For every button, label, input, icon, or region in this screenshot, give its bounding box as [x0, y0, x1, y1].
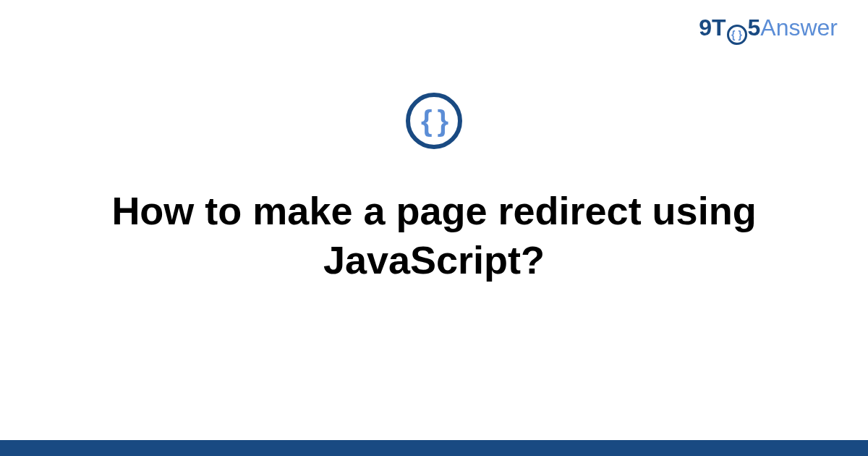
logo-text-answer: Answer [760, 14, 838, 41]
footer-bar [0, 440, 868, 456]
content-block: { } How to make a page redirect using Ja… [0, 93, 868, 284]
logo-circle-glyph: { } [731, 30, 742, 40]
page-title: How to make a page redirect using JavaSc… [58, 187, 810, 284]
topic-badge: { } [406, 93, 462, 149]
site-logo: 9T { } 5 Answer [699, 14, 838, 42]
logo-text-9t: 9T [699, 14, 726, 41]
logo-circle-icon: { } [727, 25, 747, 45]
code-braces-icon: { } [421, 106, 447, 135]
logo-text-5: 5 [748, 14, 761, 41]
